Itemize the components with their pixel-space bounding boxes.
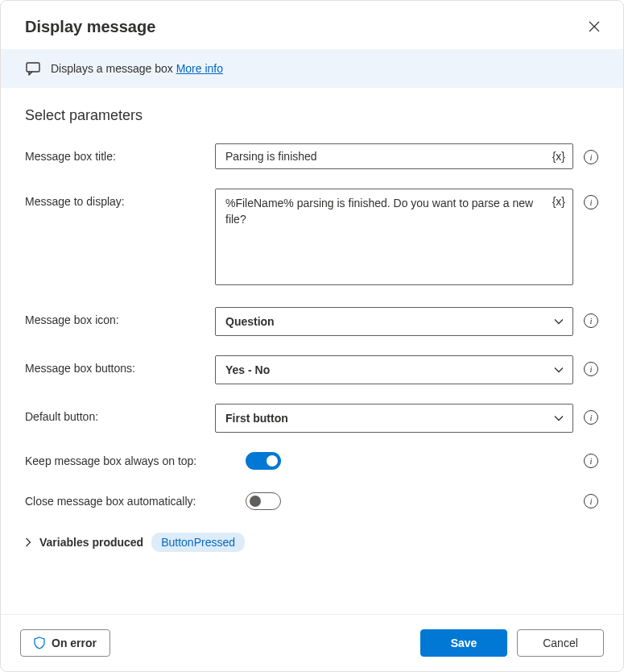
section-title: Select parameters xyxy=(25,107,599,124)
variables-produced-row: Variables produced ButtonPressed xyxy=(25,533,599,552)
ontop-label: Keep message box always on top: xyxy=(25,454,236,467)
message-textarea[interactable]: %FileName% parsing is finished. Do you w… xyxy=(215,189,573,285)
icon-select[interactable]: Question xyxy=(215,307,573,336)
default-select[interactable]: First button xyxy=(215,404,573,433)
buttons-label: Message box buttons: xyxy=(25,355,205,375)
info-icon[interactable]: i xyxy=(584,410,598,425)
info-icon[interactable]: i xyxy=(584,313,598,328)
cancel-button[interactable]: Cancel xyxy=(517,629,604,657)
insert-variable-button[interactable]: {x} xyxy=(552,150,565,163)
message-box-icon xyxy=(25,60,41,77)
dialog-title: Display message xyxy=(25,18,155,36)
ontop-toggle[interactable] xyxy=(246,452,281,470)
info-icon[interactable]: i xyxy=(584,195,598,209)
dialog-content: Select parameters Message box title: {x}… xyxy=(1,88,623,614)
banner-text: Displays a message box xyxy=(51,62,176,75)
description-banner: Displays a message box More info xyxy=(1,49,623,88)
save-button[interactable]: Save xyxy=(420,629,507,657)
buttons-select[interactable]: Yes - No xyxy=(215,355,573,384)
info-icon[interactable]: i xyxy=(584,150,598,164)
dialog-header: Display message xyxy=(1,1,623,49)
insert-variable-button[interactable]: {x} xyxy=(552,195,565,208)
shield-icon xyxy=(34,637,45,649)
on-error-button[interactable]: On error xyxy=(20,629,110,657)
variables-produced-label: Variables produced xyxy=(39,536,143,549)
close-button[interactable] xyxy=(585,17,604,36)
info-icon[interactable]: i xyxy=(584,454,598,468)
title-label: Message box title: xyxy=(25,143,205,163)
message-label: Message to display: xyxy=(25,189,205,208)
dialog-footer: On error Save Cancel xyxy=(1,614,623,671)
svg-rect-0 xyxy=(27,63,39,72)
autoclose-toggle[interactable] xyxy=(246,492,281,510)
more-info-link[interactable]: More info xyxy=(176,62,223,75)
title-input[interactable] xyxy=(215,143,573,169)
info-icon[interactable]: i xyxy=(584,494,598,508)
display-message-dialog: Display message Displays a message box M… xyxy=(0,0,624,672)
autoclose-label: Close message box automatically: xyxy=(25,495,236,508)
info-icon[interactable]: i xyxy=(584,362,598,376)
close-icon xyxy=(589,21,600,32)
default-label: Default button: xyxy=(25,404,205,423)
chevron-right-icon[interactable] xyxy=(25,537,31,547)
icon-label: Message box icon: xyxy=(25,307,205,326)
variable-badge[interactable]: ButtonPressed xyxy=(151,533,245,552)
